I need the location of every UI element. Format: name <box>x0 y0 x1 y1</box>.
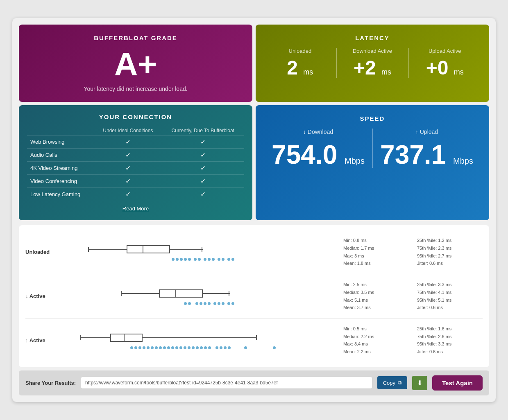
dot <box>244 346 247 349</box>
row-label: Web Browsing <box>27 135 94 149</box>
col-ideal: Under Ideal Conditions <box>94 126 161 135</box>
connection-table: Under Ideal Conditions Currently, Due To… <box>27 126 244 201</box>
speed-download: ↓ Download 754.0 Mbps <box>264 129 372 168</box>
test-again-button[interactable]: Test Again <box>432 375 483 391</box>
dot <box>188 258 191 261</box>
latency-download-label: Download Active <box>336 48 409 54</box>
speed-columns: ↓ Download 754.0 Mbps ↑ Upload 737.1 Mbp… <box>264 129 481 168</box>
dot <box>200 302 202 305</box>
row-col1: ✓ <box>94 175 161 188</box>
row-col1: ✓ <box>94 149 161 162</box>
stat-label-download: ↓ Active <box>25 293 62 299</box>
connection-title: YOUR CONNECTION <box>27 113 244 120</box>
dot <box>130 346 133 349</box>
dot <box>222 258 225 261</box>
download-button[interactable]: ⬇ <box>412 376 427 390</box>
copy-icon: ⧉ <box>398 379 401 386</box>
stat-numbers-upload-left: Min: 0.5 msMedian: 2.2 msMax: 8.4 msMean… <box>343 325 417 356</box>
stat-chart-download <box>62 287 343 305</box>
row-col2: ✓ <box>161 149 244 162</box>
dot <box>175 346 178 349</box>
speed-download-label: ↓ Download <box>264 129 372 135</box>
stat-numbers-unloaded-right: 25th %ile: 1.2 ms75th %ile: 2.3 ms95th %… <box>417 237 483 267</box>
dot <box>151 346 154 349</box>
row-label: Audio Calls <box>27 149 94 162</box>
read-more-link[interactable]: Read More <box>122 205 149 212</box>
grade-value: A+ <box>27 48 244 81</box>
dots-upload <box>130 346 276 349</box>
dot <box>196 346 199 349</box>
dot <box>224 346 227 349</box>
row-col1: ✓ <box>94 135 161 149</box>
dot <box>184 346 186 349</box>
dots-download <box>172 302 234 305</box>
dot <box>192 346 195 349</box>
dot <box>208 302 211 305</box>
dot <box>198 258 201 261</box>
stat-chart-upload <box>62 332 343 349</box>
dot <box>222 302 225 305</box>
top-row: BUFFERBLOAT GRADE A+ Your latency did no… <box>19 25 489 102</box>
copy-label: Copy <box>383 380 395 386</box>
stat-numbers-download-left: Min: 2.5 msMedian: 3.5 msMax: 5.1 msMean… <box>343 281 417 312</box>
boxplot-upload <box>66 332 339 344</box>
row-label: Low Latency Gaming <box>27 188 94 201</box>
dot <box>195 302 198 305</box>
stat-row-download: ↓ Active <box>25 274 483 318</box>
latency-unloaded-label: Unloaded <box>264 48 336 54</box>
stat-numbers-download-right: 25th %ile: 3.3 ms75th %ile: 4.1 ms95th %… <box>417 281 483 312</box>
stat-numbers-upload-right: 25th %ile: 1.6 ms75th %ile: 2.6 ms95th %… <box>417 325 483 356</box>
dot <box>208 258 211 261</box>
dot <box>215 346 218 349</box>
row-col2: ✓ <box>161 162 244 175</box>
table-row: Video Conferencing✓✓ <box>27 175 244 188</box>
dot <box>147 346 150 349</box>
download-icon: ⬇ <box>417 379 422 386</box>
row-col1: ✓ <box>94 188 161 201</box>
boxplot-unloaded <box>66 243 339 255</box>
share-url: https://www.waveform.com/tools/bufferblo… <box>81 377 372 389</box>
dot <box>273 346 276 349</box>
stat-numbers-unloaded-left: Min: 0.8 msMedian: 1.7 msMax: 3 msMean: … <box>343 237 417 267</box>
speed-download-value: 754.0 Mbps <box>264 142 372 168</box>
copy-button[interactable]: Copy ⧉ <box>377 376 407 389</box>
col-current: Currently, Due To Bufferbloat <box>161 126 244 135</box>
dot <box>184 258 187 261</box>
table-row: Audio Calls✓✓ <box>27 149 244 162</box>
footer: Share Your Results: https://www.waveform… <box>19 370 489 395</box>
dot <box>179 346 182 349</box>
grade-subtitle: Your latency did not increase under load… <box>27 86 244 92</box>
speed-upload-value: 737.1 Mbps <box>372 142 481 168</box>
dot <box>200 346 203 349</box>
stat-label-upload: ↑ Active <box>25 337 62 343</box>
stat-row-upload: ↑ Active <box>25 318 483 362</box>
table-row: Low Latency Gaming✓✓ <box>27 188 244 201</box>
row-col2: ✓ <box>161 135 244 149</box>
dot <box>188 346 190 349</box>
dot <box>218 258 220 261</box>
dot <box>172 258 175 261</box>
read-more-row: Read More <box>27 205 244 212</box>
stat-chart-unloaded <box>62 243 343 261</box>
speed-panel: SPEED ↓ Download 754.0 Mbps ↑ Upload 737… <box>256 105 489 220</box>
dot <box>134 346 137 349</box>
stat-label-unloaded: Unloaded <box>25 249 62 255</box>
dot <box>167 346 170 349</box>
dot <box>204 302 206 305</box>
dot <box>184 302 187 305</box>
grade-panel: BUFFERBLOAT GRADE A+ Your latency did no… <box>19 25 252 102</box>
dot <box>228 346 231 349</box>
table-row: 4K Video Streaming✓✓ <box>27 162 244 175</box>
dot <box>204 346 207 349</box>
share-label: Share Your Results: <box>25 380 76 386</box>
dot <box>231 258 234 261</box>
dot <box>194 258 197 261</box>
latency-unloaded-value: 2 ms <box>264 58 336 78</box>
dot <box>143 346 145 349</box>
latency-upload-label: Upload Active <box>408 48 481 54</box>
dot <box>159 346 162 349</box>
dot <box>227 302 230 305</box>
row-col2: ✓ <box>161 188 244 201</box>
dot <box>180 258 183 261</box>
speed-upload: ↑ Upload 737.1 Mbps <box>372 129 481 168</box>
